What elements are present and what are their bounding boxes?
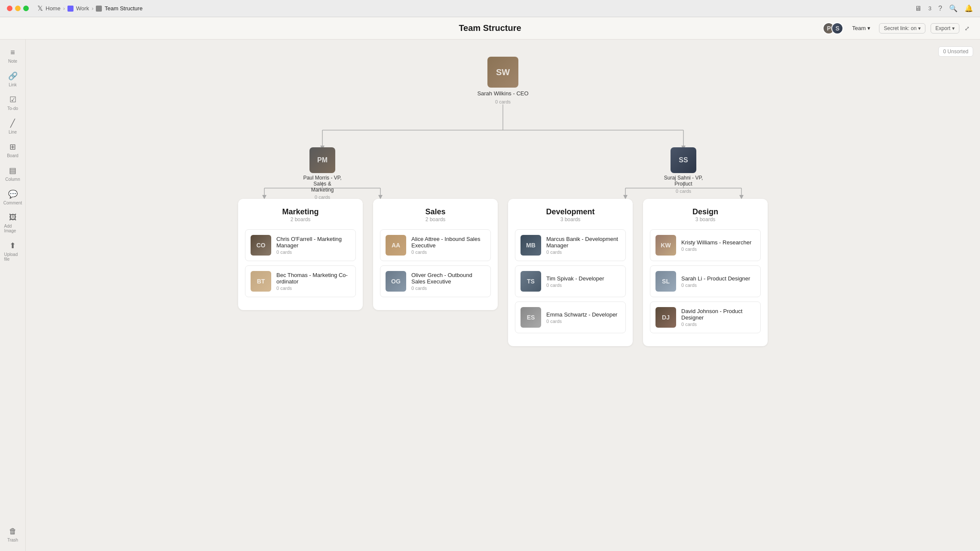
bell-icon[interactable]: 🔔 [965,4,973,12]
device-icon[interactable]: 🖥 [915,5,922,12]
ceo-photo: SW [487,57,518,88]
member-david-photo: DJ [655,307,676,328]
ceo-level: SW Sarah Wilkins - CEO 0 cards [477,57,528,104]
home-breadcrumb[interactable]: Home [46,5,61,12]
sidebar-item-line[interactable]: ╱ Line [2,115,24,138]
member-bec-cards: 0 cards [276,286,350,291]
connector-area: PM Paul Morris - VP, Sales &Marketing 0 … [202,104,804,199]
member-bec[interactable]: BT Bec Thomas - Marketing Co-ordinator 0… [245,265,356,297]
member-sarahli[interactable]: SL Sarah Li - Product Designer 0 cards [650,265,761,297]
sidebar-item-trash[interactable]: 🗑 Trash [2,524,24,546]
sidebar: ≡ Note 🔗 Link ☑ To-do ╱ Line ⊞ Board ▤ C… [0,40,26,551]
minimize-button[interactable] [15,6,21,11]
dept-design-boards: 3 boards [650,216,761,222]
sidebar-item-column[interactable]: ▤ Column [2,162,24,185]
vp-right-name: Suraj Sahni - VP, Product [658,175,709,187]
vp-right-card[interactable]: SS Suraj Sahni - VP, Product 0 cards [658,147,709,194]
dept-development-title: Development [515,207,626,216]
vp-left-cards: 0 cards [315,195,330,200]
current-breadcrumb: Team Structure [104,5,142,12]
member-oliver-name: Oliver Grech - Outbound Sales Executive [411,272,485,285]
svg-marker-13 [378,195,383,199]
ceo-card[interactable]: SW Sarah Wilkins - CEO 0 cards [477,57,528,104]
expand-icon[interactable]: ⤢ [965,25,970,32]
chevron-down-icon: ▾ [867,25,870,31]
vp-left-photo: PM [309,147,335,173]
addimage-icon: 🖼 [9,213,17,222]
member-chris-cards: 0 cards [276,250,350,255]
export-button[interactable]: Export ▾ [931,23,959,33]
member-tim-cards: 0 cards [546,283,604,288]
comment-icon: 💬 [8,189,18,199]
org-chart: SW Sarah Wilkins - CEO 0 cards [34,48,971,346]
member-marcus-cards: 0 cards [546,250,620,255]
dept-marketing: Marketing 2 boards CO Chris O'Farrell - … [238,199,363,310]
help-icon[interactable]: ? [938,5,942,12]
page-title: Team Structure [459,23,521,33]
svg-marker-20 [739,195,744,199]
maximize-button[interactable] [23,6,29,11]
member-kristy-cards: 0 cards [681,247,751,252]
page-icon [96,6,102,12]
ceo-cards: 0 cards [495,99,511,104]
unsorted-badge: 0 Unsorted [938,46,973,57]
sidebar-bottom: 🗑 Trash [2,524,24,551]
member-oliver-cards: 0 cards [411,286,485,291]
svg-marker-19 [623,195,628,199]
sidebar-item-note[interactable]: ≡ Note [2,45,24,67]
sidebar-item-addimage[interactable]: 🖼 Add Image [2,210,24,237]
team-button[interactable]: Team ▾ [848,23,874,33]
todo-icon: ☑ [9,95,16,104]
member-tim[interactable]: TS Tim Spivak - Developer 0 cards [515,265,626,297]
member-sarahli-cards: 0 cards [681,283,750,288]
member-tim-photo: TS [521,271,541,292]
member-chris[interactable]: CO Chris O'Farrell - Marketing Manager 0… [245,229,356,261]
close-button[interactable] [7,6,12,11]
dept-sales-title: Sales [380,207,491,216]
member-alice[interactable]: AA Alice Attree - Inbound Sales Executiv… [380,229,491,261]
member-oliver[interactable]: OG Oliver Grech - Outbound Sales Executi… [380,265,491,297]
member-alice-photo: AA [386,235,406,256]
member-chris-photo: CO [251,235,271,256]
sidebar-item-board[interactable]: ⊞ Board [2,139,24,161]
member-david-name: David Johnson - Product Designer [681,308,755,321]
member-david-cards: 0 cards [681,322,755,327]
chevron-down-icon-2: ▾ [918,25,921,31]
uploadfile-icon: ⬆ [9,241,16,250]
search-icon[interactable]: 🔍 [949,4,958,12]
topbar-actions: P S Team ▾ Secret link: on ▾ Export ▾ ⤢ [823,22,970,34]
sidebar-item-uploadfile[interactable]: ⬆ Upload file [2,237,24,265]
dept-marketing-boards: 2 boards [245,216,356,222]
member-oliver-photo: OG [386,271,406,292]
traffic-lights [7,6,29,11]
connector-svg [202,104,804,199]
sidebar-item-link[interactable]: 🔗 Link [2,68,24,91]
member-alice-cards: 0 cards [411,250,485,255]
member-marcus-photo: MB [521,235,541,256]
member-bec-photo: BT [251,271,271,292]
collaborator-avatars: P S [823,22,843,34]
member-marcus[interactable]: MB Marcus Banik - Development Manager 0 … [515,229,626,261]
line-icon: ╱ [10,119,15,128]
work-icon [67,6,74,12]
sidebar-item-todo[interactable]: ☑ To-do [2,91,24,114]
member-david[interactable]: DJ David Johnson - Product Designer 0 ca… [650,301,761,333]
svg-marker-12 [262,195,266,199]
vp-left-card[interactable]: PM Paul Morris - VP, Sales &Marketing 0 … [297,147,348,200]
member-emma-photo: ES [521,307,541,328]
badge-3: 3 [928,5,931,12]
canvas: 0 Unsorted SW Sarah Wilkins - CEO 0 card… [26,40,980,551]
member-marcus-name: Marcus Banik - Development Manager [546,236,620,249]
member-emma[interactable]: ES Emma Schwartz - Developer 0 cards [515,301,626,333]
work-breadcrumb[interactable]: Work [76,5,89,12]
topbar: Team Structure P S Team ▾ Secret link: o… [0,17,980,40]
breadcrumb: 𝕏 Home › Work › Team Structure [37,4,143,12]
dept-development: Development 3 boards MB Marcus Banik - D… [508,199,633,346]
member-kristy-name: Kristy Williams - Researcher [681,239,751,246]
member-kristy[interactable]: KW Kristy Williams - Researcher 0 cards [650,229,761,261]
vp-right-photo: SS [671,147,696,173]
secret-link-button[interactable]: Secret link: on ▾ [879,23,925,33]
sidebar-item-comment[interactable]: 💬 Comment [2,186,24,209]
avatar-2: S [831,22,843,34]
member-sarahli-photo: SL [655,271,676,292]
